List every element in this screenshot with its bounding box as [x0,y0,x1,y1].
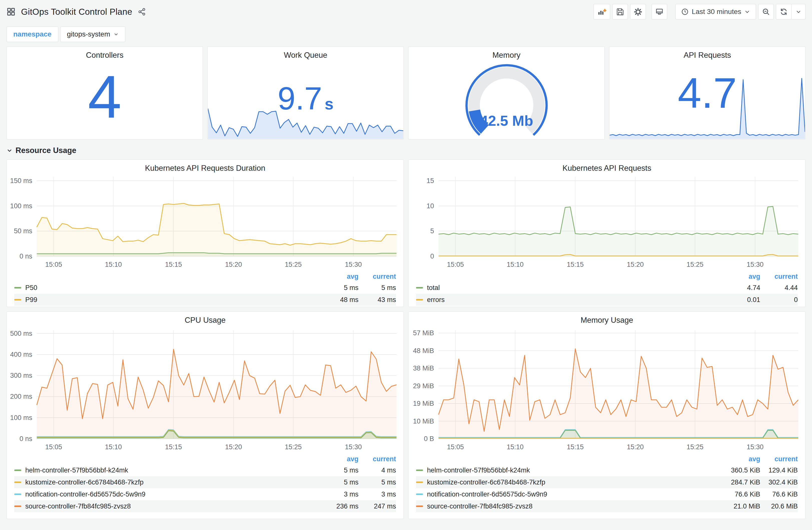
svg-text:150 ms: 150 ms [10,177,32,185]
svg-text:15:15: 15:15 [165,261,182,268]
stat-panels-row: Controllers 4 Work Queue 9.7s Memory 42.… [6,46,806,139]
legend-current-value: 76.6 KiB [760,490,798,498]
legend-series-name[interactable]: P50 [25,284,316,292]
time-series-plot[interactable]: 15:0515:1015:1515:2015:2515:30051015 [408,173,805,271]
legend-column-current[interactable]: current [359,455,396,463]
api-requests-value: 4.7 [609,72,805,114]
refresh-button[interactable] [776,4,792,19]
legend-current-value: 302.4 KiB [760,479,798,486]
legend-header: avgcurrent [416,454,798,464]
svg-text:15:20: 15:20 [225,443,242,451]
legend-series-name[interactable]: total [427,284,718,292]
legend-avg-value: 0.01 [718,296,760,304]
cycle-view-button[interactable] [652,4,667,19]
legend-series-name[interactable]: notification-controller-6d56575dc-5w9n9 [427,490,718,498]
panel-k8s-api-requests: Kubernetes API Requests 15:0515:1015:151… [408,160,806,307]
legend-current-value: 129.4 KiB [760,467,798,474]
legend-column-current[interactable]: current [359,273,396,280]
svg-text:0 ns: 0 ns [19,435,32,442]
legend-column-current[interactable]: current [760,455,798,463]
zoom-out-button[interactable] [758,4,774,19]
panel-title[interactable]: CPU Usage [7,312,404,326]
legend-column-avg[interactable]: avg [718,455,760,463]
dashboard-variables: namespace gitops-system [0,24,812,46]
svg-text:42.5 Mb: 42.5 Mb [480,113,533,129]
panel-title[interactable]: Work Queue [208,47,404,61]
svg-text:15:20: 15:20 [225,261,242,268]
svg-text:10: 10 [426,202,434,210]
legend-series-name[interactable]: helm-controller-57f9b56bbf-k24mk [25,467,316,474]
series-color-dash [14,494,21,495]
dashboard-grid-icon[interactable] [6,7,15,16]
legend-row: helm-controller-57f9b56bbf-k24mk5 ms4 ms [14,464,396,476]
panel-title[interactable]: Kubernetes API Requests Duration [7,160,404,173]
variable-namespace-value[interactable]: gitops-system [60,27,126,42]
series-color-dash [416,505,423,507]
legend-row: kustomize-controller-6c6784b468-7kzfp284… [416,476,798,488]
legend-column-current[interactable]: current [760,273,798,280]
svg-text:15:25: 15:25 [687,261,704,268]
add-panel-button[interactable] [594,4,610,19]
chevron-down-icon [796,9,801,15]
chevron-down-icon [6,147,13,153]
chart-row-1: Kubernetes API Requests Duration 15:0515… [6,160,806,307]
svg-text:15:25: 15:25 [687,443,704,451]
panel-title[interactable]: Memory Usage [408,312,805,326]
variable-namespace-label[interactable]: namespace [6,27,58,42]
svg-text:15:30: 15:30 [345,261,362,268]
chevron-down-icon [114,32,119,37]
svg-text:15:05: 15:05 [45,261,62,268]
panel-title[interactable]: API Requests [609,47,805,61]
time-range-picker[interactable]: Last 30 minutes [676,4,756,19]
svg-text:15:25: 15:25 [285,261,302,268]
legend-series-name[interactable]: notification-controller-6d56575dc-5w9n9 [25,490,316,498]
share-icon[interactable] [138,8,146,16]
panel-title[interactable]: Memory [408,47,604,61]
svg-text:10 MiB: 10 MiB [413,417,434,425]
svg-text:15:10: 15:10 [507,443,524,451]
svg-text:0 B: 0 B [424,435,434,442]
save-icon [616,8,624,16]
time-range-label: Last 30 minutes [692,8,741,16]
legend-column-avg[interactable]: avg [718,273,760,280]
legend-row: P9948 ms43 ms [14,294,396,306]
refresh-interval-button[interactable] [792,4,806,19]
svg-text:500 ms: 500 ms [10,330,32,337]
legend-current-value: 247 ms [359,502,396,510]
svg-text:100 ms: 100 ms [10,414,32,422]
legend-row: helm-controller-57f9b56bbf-k24mk360.5 Ki… [416,464,798,476]
legend-series-name[interactable]: helm-controller-57f9b56bbf-k24mk [427,467,718,474]
legend-column-avg[interactable]: avg [316,455,359,463]
panel-title[interactable]: Controllers [7,47,203,61]
monitor-icon [655,8,663,16]
legend-series-name[interactable]: kustomize-controller-6c6784b468-7kzfp [25,479,316,486]
time-series-plot[interactable]: 15:0515:1015:1515:2015:2515:300 B10 MiB1… [408,326,805,453]
dashboard-settings-button[interactable] [630,4,646,19]
panel-title[interactable]: Kubernetes API Requests [408,160,805,173]
time-series-plot[interactable]: 15:0515:1015:1515:2015:2515:300 ns100 ms… [7,326,404,453]
legend-column-avg[interactable]: avg [316,273,359,280]
legend-avg-value: 5 ms [316,479,359,486]
section-title: Resource Usage [15,146,76,155]
legend-series-name[interactable]: source-controller-7fb84fc985-zvsz8 [427,502,718,510]
legend-series-name[interactable]: P99 [25,296,316,304]
chevron-down-icon [744,9,750,15]
row-resource-usage[interactable]: Resource Usage [0,139,812,160]
svg-text:15:30: 15:30 [747,443,764,451]
legend-series-name[interactable]: kustomize-controller-6c6784b468-7kzfp [427,479,718,486]
legend-row: kustomize-controller-6c6784b468-7kzfp5 m… [14,476,396,488]
time-series-plot[interactable]: 15:0515:1015:1515:2015:2515:300 ns50 ms1… [7,173,404,271]
svg-text:100 ms: 100 ms [10,202,32,210]
legend-series-name[interactable]: errors [427,296,718,304]
legend-series-name[interactable]: source-controller-7fb84fc985-zvsz8 [25,502,316,510]
svg-text:15:20: 15:20 [627,443,644,451]
svg-text:400 ms: 400 ms [10,351,32,358]
svg-text:15:15: 15:15 [567,443,584,451]
legend-current-value: 5 ms [359,284,396,292]
series-color-dash [14,287,21,289]
svg-text:15:30: 15:30 [345,443,362,451]
legend-header: avgcurrent [416,271,798,282]
svg-text:15:20: 15:20 [627,261,644,268]
clock-icon [681,8,689,15]
save-dashboard-button[interactable] [612,4,628,19]
